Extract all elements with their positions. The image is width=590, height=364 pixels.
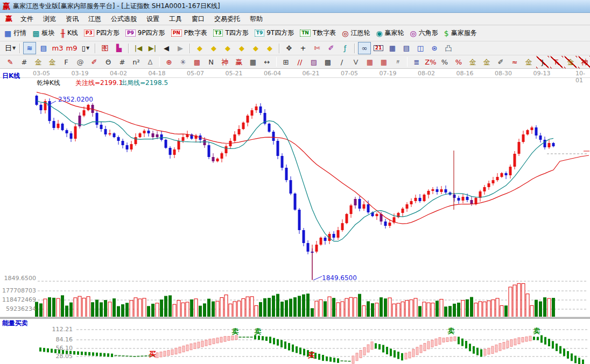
angle-j-tool[interactable]: J bbox=[536, 56, 549, 68]
winner-service-button[interactable]: $赢家服务 bbox=[444, 28, 477, 38]
pen2-tool[interactable]: ✐ bbox=[88, 56, 101, 68]
wave-band-tool[interactable]: ≈ bbox=[508, 56, 521, 68]
chart-9-icon[interactable]: m9 bbox=[65, 42, 78, 54]
h-expand-tool[interactable]: ↔ bbox=[261, 56, 273, 68]
hand-pan-tool[interactable]: ✥ bbox=[283, 42, 296, 54]
red-grid2-tool[interactable]: ▦ bbox=[377, 56, 390, 68]
angle-ruler-tool[interactable]: Δ bbox=[144, 56, 157, 68]
diamond-expand-button[interactable]: ◆ bbox=[221, 42, 234, 54]
fibonacci-tool[interactable]: F bbox=[60, 56, 73, 68]
period-day-dropdown[interactable]: 日▼ bbox=[4, 42, 17, 54]
zigzag-tool[interactable]: N bbox=[205, 56, 217, 68]
diamond-zoom-right-button[interactable]: ◆ bbox=[207, 42, 220, 54]
delete-line-tool[interactable]: ✄ bbox=[311, 42, 324, 54]
diamond-compress-button[interactable]: ◆ bbox=[235, 42, 248, 54]
memo-icon[interactable]: ▤ bbox=[400, 42, 413, 54]
box-select-tool[interactable]: ⊞ bbox=[279, 56, 292, 68]
parallel-lines-tool[interactable]: 〃 bbox=[391, 56, 404, 68]
calendar-21-icon[interactable]: 21 bbox=[372, 42, 385, 54]
jump-last-button[interactable]: ▶| bbox=[146, 42, 159, 54]
t-square-button[interactable]: T3T四方形 bbox=[213, 28, 249, 38]
edit-purple-tool[interactable]: ✐ bbox=[325, 42, 338, 54]
diamond-zoom-left-button[interactable]: ◆ bbox=[193, 42, 206, 54]
toolbar-separator bbox=[279, 44, 280, 53]
volume-profile-icon[interactable]: ▙ bbox=[113, 42, 125, 54]
calculator-icon[interactable]: ▦ bbox=[386, 42, 399, 54]
dense-grid-tool[interactable]: ▦ bbox=[247, 56, 259, 68]
jump-first-button[interactable]: |◀ bbox=[132, 42, 145, 54]
win-tool[interactable]: 赢 bbox=[233, 56, 245, 68]
fan-lines-tool[interactable]: // bbox=[293, 56, 306, 68]
printer-icon[interactable]: 凸 bbox=[442, 42, 455, 54]
slant-line-tool[interactable]: / bbox=[335, 56, 348, 68]
gold-line-tool[interactable]: 金 bbox=[480, 56, 493, 68]
shen-tool[interactable]: 神 bbox=[219, 56, 231, 68]
v-zigzag-tool[interactable]: V bbox=[349, 56, 362, 68]
crosshair-tool[interactable]: + bbox=[297, 42, 310, 54]
diamond-full-button[interactable]: ◆ bbox=[263, 42, 276, 54]
gold-line2-tool[interactable]: 金 bbox=[522, 56, 535, 68]
draw-pen-tool[interactable]: ✎ bbox=[4, 56, 17, 68]
menu-help[interactable]: 帮助 bbox=[245, 13, 268, 25]
formula-editor-icon[interactable]: ƒ bbox=[339, 42, 352, 54]
9p-square-button[interactable]: P99P四方形 bbox=[125, 28, 165, 38]
market-quotes-button[interactable]: ▦行情 bbox=[4, 28, 26, 38]
angle-f-tool[interactable]: F bbox=[550, 56, 563, 68]
pen-chart-tool[interactable]: ✐ bbox=[494, 56, 507, 68]
percent-tool[interactable]: % bbox=[438, 56, 451, 68]
volume-bar bbox=[229, 304, 232, 317]
menu-trade-delegate[interactable]: 交易委托 bbox=[209, 13, 245, 25]
menu-tools[interactable]: 工具 bbox=[164, 13, 187, 25]
chart-area[interactable]: 03-0503-1904-0204-1805-0705-2106-0406-21… bbox=[0, 69, 590, 364]
gann-wheel-button[interactable]: ◎江恩轮 bbox=[342, 28, 370, 38]
menu-formula-stock-pick[interactable]: 公式选股 bbox=[106, 13, 142, 25]
menu-file[interactable]: 文件 bbox=[16, 13, 38, 25]
kline-button[interactable]: ╫K线 bbox=[60, 28, 78, 38]
angle-shen-tool[interactable]: 神 bbox=[578, 56, 590, 68]
candle-style-dropdown[interactable]: ▯▼ bbox=[79, 42, 92, 54]
hexagon-button[interactable]: ◎六角形 bbox=[410, 28, 438, 38]
network-icon[interactable]: ⊛ bbox=[428, 42, 441, 54]
time-lines-tool[interactable]: # bbox=[116, 56, 129, 68]
gold-circle-tool[interactable]: 金 bbox=[466, 56, 479, 68]
save-icon[interactable]: ◫ bbox=[414, 42, 427, 54]
gold-ratio-h-tool[interactable]: 金 bbox=[32, 56, 45, 68]
web-box-tool[interactable]: ▩ bbox=[321, 56, 334, 68]
menu-browse[interactable]: 浏览 bbox=[38, 13, 61, 25]
menu-settings[interactable]: 设置 bbox=[142, 13, 164, 25]
percent-zone-tool[interactable]: Z% bbox=[424, 56, 437, 68]
gold-ratio-v-tool[interactable]: 金 bbox=[46, 56, 59, 68]
find-binoculars-icon[interactable]: ∞ bbox=[358, 42, 371, 54]
diamond-vertical-button[interactable]: ◆ bbox=[249, 42, 262, 54]
f10-report-icon[interactable]: ▤ bbox=[37, 42, 50, 54]
red-grid-tool[interactable]: ▦ bbox=[363, 56, 376, 68]
fan-box-tool[interactable]: ▨ bbox=[307, 56, 320, 68]
circle-cross-tool[interactable]: ⊕ bbox=[163, 56, 175, 68]
gann-fan-star-tool[interactable]: ✳ bbox=[177, 56, 189, 68]
9p-square-button-label: 9P四方形 bbox=[138, 28, 165, 38]
gann-grid-box-tool[interactable]: ▩ bbox=[191, 56, 203, 68]
next-bar-button[interactable]: ▶ bbox=[174, 42, 187, 54]
t-number-table-button[interactable]: TNT数字表 bbox=[300, 28, 336, 38]
menu-news[interactable]: 资讯 bbox=[61, 13, 83, 25]
pen-chart-tool-glyph: ✐ bbox=[498, 59, 504, 66]
indicator-bar-up bbox=[405, 353, 407, 359]
stats-table-tool[interactable]: ≣ bbox=[410, 56, 423, 68]
angle-gold-tool[interactable]: 金 bbox=[564, 56, 577, 68]
menu-window[interactable]: 窗口 bbox=[187, 13, 209, 25]
gann-circle-tool[interactable]: Θ bbox=[102, 56, 115, 68]
hatch-lines-tool[interactable]: # bbox=[18, 56, 31, 68]
menu-gann[interactable]: 江恩 bbox=[83, 13, 106, 25]
n-square-tool[interactable]: n² bbox=[130, 56, 143, 68]
chart-3-icon[interactable]: m3 bbox=[51, 42, 64, 54]
trend-wave-icon[interactable]: ≋ bbox=[23, 42, 36, 54]
p-square-button[interactable]: P3P四方形 bbox=[84, 28, 120, 38]
prev-bar-button[interactable]: ◀ bbox=[160, 42, 173, 54]
9t-square-button[interactable]: T99T四方形 bbox=[255, 28, 294, 38]
spiral-tool[interactable]: @ bbox=[74, 56, 87, 68]
qiankun-chart-icon[interactable]: 图 bbox=[99, 42, 111, 54]
sectors-button[interactable]: ▩板块 bbox=[32, 28, 54, 38]
p-number-table-button[interactable]: PNP数字表 bbox=[171, 28, 207, 38]
percent-line-tool[interactable]: % bbox=[452, 56, 465, 68]
winner-wheel-button[interactable]: ◉赢家轮 bbox=[376, 28, 404, 38]
